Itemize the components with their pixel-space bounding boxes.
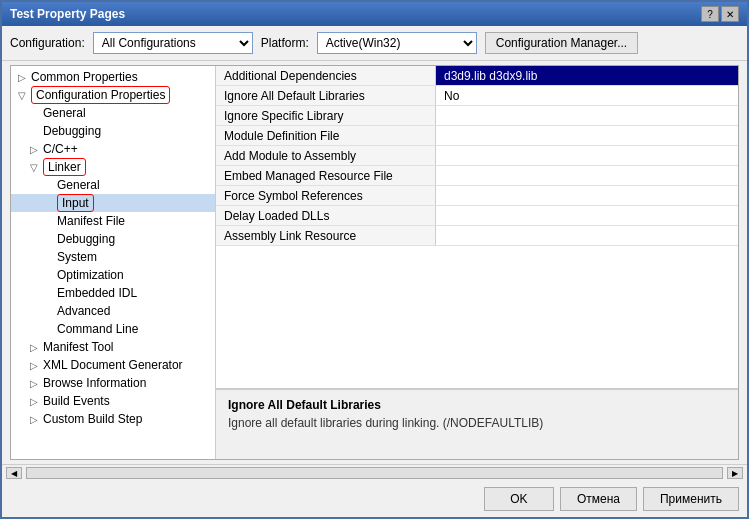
- apply-button[interactable]: Применить: [643, 487, 739, 511]
- tree-expand-icon: [41, 214, 55, 228]
- prop-value: [436, 146, 738, 165]
- tree-item-manifest-file[interactable]: Manifest File: [11, 212, 215, 230]
- tree-expand-icon: ▷: [15, 70, 29, 84]
- tree-expand-icon: ▷: [27, 376, 41, 390]
- props-row[interactable]: Ignore All Default LibrariesNo: [216, 86, 738, 106]
- main-content: ▷Common Properties▽Configuration Propert…: [10, 65, 739, 460]
- tree-item-general[interactable]: General: [11, 104, 215, 122]
- props-row[interactable]: Ignore Specific Library: [216, 106, 738, 126]
- tree-item-label: Build Events: [43, 394, 110, 408]
- tree-expand-icon: [41, 232, 55, 246]
- horizontal-scrollbar[interactable]: [26, 467, 723, 479]
- props-row[interactable]: Add Module to Assembly: [216, 146, 738, 166]
- ok-button[interactable]: OK: [484, 487, 554, 511]
- tree-item-system[interactable]: System: [11, 248, 215, 266]
- tree-item-label: Embedded IDL: [57, 286, 137, 300]
- tree-item-label: Optimization: [57, 268, 124, 282]
- tree-item-label: Custom Build Step: [43, 412, 142, 426]
- prop-name: Ignore All Default Libraries: [216, 86, 436, 105]
- tree-item-cpp[interactable]: ▷C/C++: [11, 140, 215, 158]
- tree-item-debugging[interactable]: Debugging: [11, 122, 215, 140]
- tree-item-label: Manifest Tool: [43, 340, 113, 354]
- info-panel: Ignore All Default Libraries Ignore all …: [216, 389, 738, 459]
- scrollbar-area: ◀ ▶: [2, 464, 747, 481]
- tree-item-label: Input: [57, 196, 94, 210]
- prop-name: Add Module to Assembly: [216, 146, 436, 165]
- tree-item-manifest-tool[interactable]: ▷Manifest Tool: [11, 338, 215, 356]
- platform-label: Platform:: [261, 36, 309, 50]
- toolbar: Configuration: All Configurations Platfo…: [2, 26, 747, 61]
- prop-name: Ignore Specific Library: [216, 106, 436, 125]
- prop-value: [436, 186, 738, 205]
- tree-item-label: General: [57, 178, 100, 192]
- prop-name: Module Definition File: [216, 126, 436, 145]
- tree-expand-icon: ▽: [15, 88, 29, 102]
- tree-expand-icon: ▷: [27, 358, 41, 372]
- props-row[interactable]: Embed Managed Resource File: [216, 166, 738, 186]
- tree-item-xml-doc[interactable]: ▷XML Document Generator: [11, 356, 215, 374]
- prop-name: Delay Loaded DLLs: [216, 206, 436, 225]
- scroll-left-button[interactable]: ◀: [6, 467, 22, 479]
- prop-value: d3d9.lib d3dx9.lib: [436, 66, 738, 85]
- tree-item-debugging2[interactable]: Debugging: [11, 230, 215, 248]
- tree-item-embedded-idl[interactable]: Embedded IDL: [11, 284, 215, 302]
- prop-value: No: [436, 86, 738, 105]
- platform-select[interactable]: Active(Win32): [317, 32, 477, 54]
- props-row[interactable]: Force Symbol References: [216, 186, 738, 206]
- tree-panel: ▷Common Properties▽Configuration Propert…: [11, 66, 216, 459]
- tree-expand-icon: [41, 178, 55, 192]
- tree-expand-icon: ▷: [27, 394, 41, 408]
- tree-expand-icon: [41, 196, 55, 210]
- tree-item-label: System: [57, 250, 97, 264]
- tree-expand-icon: [41, 286, 55, 300]
- prop-value: [436, 226, 738, 245]
- props-row[interactable]: Module Definition File: [216, 126, 738, 146]
- props-row[interactable]: Additional Dependenciesd3d9.lib d3dx9.li…: [216, 66, 738, 86]
- title-bar: Test Property Pages ? ✕: [2, 2, 747, 26]
- prop-name: Assembly Link Resource: [216, 226, 436, 245]
- prop-value: [436, 206, 738, 225]
- close-button[interactable]: ✕: [721, 6, 739, 22]
- prop-value: [436, 126, 738, 145]
- tree-item-label: Common Properties: [31, 70, 138, 84]
- prop-name: Additional Dependencies: [216, 66, 436, 85]
- cancel-button[interactable]: Отмена: [560, 487, 637, 511]
- tree-item-label: XML Document Generator: [43, 358, 183, 372]
- tree-item-label: Advanced: [57, 304, 110, 318]
- tree-item-label: Configuration Properties: [31, 88, 170, 102]
- tree-item-linker-input[interactable]: Input: [11, 194, 215, 212]
- tree-item-label: Browse Information: [43, 376, 146, 390]
- tree-item-label: Command Line: [57, 322, 138, 336]
- tree-item-linker[interactable]: ▽Linker: [11, 158, 215, 176]
- props-row[interactable]: Delay Loaded DLLs: [216, 206, 738, 226]
- tree-item-bordered-label: Configuration Properties: [31, 86, 170, 104]
- tree-expand-icon: ▷: [27, 142, 41, 156]
- tree-expand-icon: [41, 322, 55, 336]
- title-bar-buttons: ? ✕: [701, 6, 739, 22]
- tree-item-command-line[interactable]: Command Line: [11, 320, 215, 338]
- tree-item-browse-info[interactable]: ▷Browse Information: [11, 374, 215, 392]
- tree-item-label: General: [43, 106, 86, 120]
- props-row[interactable]: Assembly Link Resource: [216, 226, 738, 246]
- tree-item-custom-build[interactable]: ▷Custom Build Step: [11, 410, 215, 428]
- configuration-select[interactable]: All Configurations: [93, 32, 253, 54]
- config-manager-button[interactable]: Configuration Manager...: [485, 32, 638, 54]
- tree-item-label: Debugging: [57, 232, 115, 246]
- scroll-right-button[interactable]: ▶: [727, 467, 743, 479]
- tree-item-bordered-label: Input: [57, 194, 94, 212]
- tree-expand-icon: [27, 106, 41, 120]
- tree-item-config-props[interactable]: ▽Configuration Properties: [11, 86, 215, 104]
- tree-expand-icon: ▷: [27, 412, 41, 426]
- tree-item-bordered-label: Linker: [43, 158, 86, 176]
- tree-item-common-props[interactable]: ▷Common Properties: [11, 68, 215, 86]
- props-panel: Additional Dependenciesd3d9.lib d3dx9.li…: [216, 66, 738, 459]
- tree-item-build-events[interactable]: ▷Build Events: [11, 392, 215, 410]
- tree-item-label: C/C++: [43, 142, 78, 156]
- tree-item-optimization[interactable]: Optimization: [11, 266, 215, 284]
- info-description: Ignore all default libraries during link…: [228, 416, 726, 430]
- tree-item-linker-general[interactable]: General: [11, 176, 215, 194]
- tree-item-advanced[interactable]: Advanced: [11, 302, 215, 320]
- help-button[interactable]: ?: [701, 6, 719, 22]
- tree-item-label: Manifest File: [57, 214, 125, 228]
- tree-expand-icon: ▽: [27, 160, 41, 174]
